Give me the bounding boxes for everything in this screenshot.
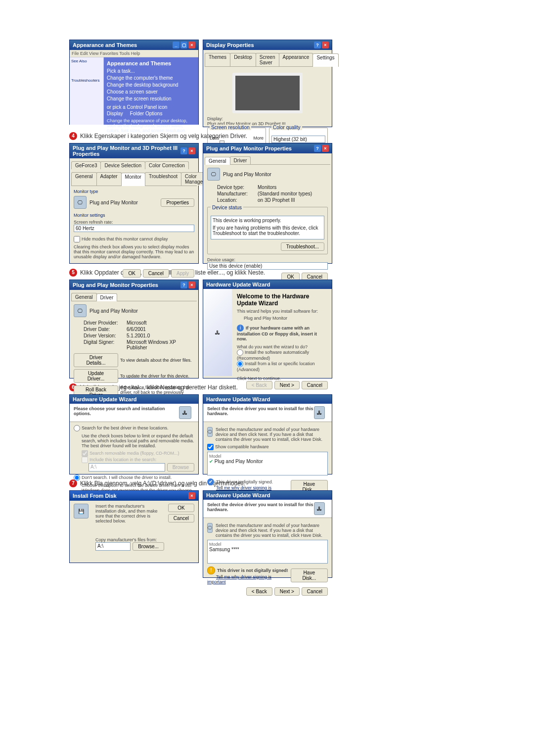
cancel-button[interactable]: Cancel [143,269,169,278]
close-icon[interactable]: × [188,282,195,288]
tab-driver[interactable]: Driver [230,156,251,164]
removable-checkbox [82,450,88,457]
color-quality-select[interactable]: Highest (32 bit) [271,136,325,143]
tab-desktop[interactable]: Desktop [230,53,256,66]
help-icon[interactable]: ? [314,145,321,152]
close-icon[interactable]: × [188,492,195,499]
window-title: Hardware Update Wizard [206,282,270,287]
tab-monitor[interactable]: Monitor [121,173,145,186]
step-4-icon: 4 [69,132,77,140]
display-label: Display: [207,116,328,121]
next-button[interactable]: Next > [274,587,300,596]
cancel-button[interactable]: Cancel [302,587,328,596]
close-icon[interactable]: × [188,42,195,48]
maximize-icon[interactable]: ▢ [180,42,187,48]
tab-general[interactable]: General [71,172,97,186]
hardware-wizard-select-driver: Hardware Update Wizard Select the device… [203,394,332,474]
have-disk-button[interactable]: Have Disk... [291,568,328,582]
window-title: Hardware Update Wizard [73,396,137,402]
task-theme[interactable]: Change the computer's theme [107,75,195,81]
include-location-checkbox [82,457,88,463]
monitor-driver-properties: Plug and Play Monitor Properties ?× Gene… [69,280,199,378]
refresh-rate-select[interactable]: 60 Hertz [74,225,194,232]
model-list[interactable]: Model Samsung **** [207,540,328,564]
properties-button[interactable]: Properties [161,198,194,207]
help-icon[interactable]: ? [180,147,187,154]
signing-link[interactable]: Tell me why driver signing is important [207,574,271,584]
back-button[interactable]: < Back [246,587,272,596]
tab-themes[interactable]: Themes [205,53,230,66]
help-icon[interactable]: ? [180,282,187,288]
device-usage-select[interactable]: Use this device (enable) [207,262,328,270]
apply-button: Apply [171,269,194,278]
device-status-text: This device is working properly. If you … [211,216,324,239]
tab-strip: Themes Desktop Screen Saver Appearance S… [205,51,330,67]
ok-button[interactable]: OK [168,504,194,512]
category-heading: Appearance and Themes [107,60,195,66]
disk-icon: 💾 [74,504,89,519]
tab-geforce3[interactable]: GeForce3 [71,161,101,169]
tab-general[interactable]: General [205,157,230,165]
close-icon[interactable]: × [322,145,329,152]
task-resolution[interactable]: Change the screen resolution [107,96,195,101]
wizard-graphic-icon: 🖧 [203,289,232,376]
tab-driver[interactable]: Driver [96,293,118,301]
ok-button[interactable]: OK [123,269,140,278]
opt-list-radio[interactable] [237,361,243,367]
opt-auto-radio[interactable] [237,349,243,356]
close-icon[interactable]: × [188,147,195,154]
window-title: Hardware Update Wizard [206,492,270,498]
window-title: Plug and Play Monitor and 3D Prophet III… [73,145,180,157]
browse-button: Browse [167,463,194,472]
help-icon[interactable]: ? [314,42,321,48]
hide-modes-checkbox[interactable] [74,236,80,242]
tab-adapter[interactable]: Adapter [96,172,122,186]
window-title: Install From Disk [73,493,117,499]
menu-bar[interactable]: File Edit View Favorites Tools Help [70,50,198,57]
tab-color-correction[interactable]: Color Correction [145,161,189,169]
driver-details-button[interactable]: Driver Details... [74,353,118,367]
side-panel: See Also Troubleshooters [70,57,104,125]
tab-appearance[interactable]: Appearance [279,53,313,66]
model-list[interactable]: Model ✔ Plug and Play Monitor [207,452,328,475]
signed-icon: ✔ [209,459,213,464]
task-background[interactable]: Change the desktop background [107,82,195,88]
signed-badge-icon: ✔ [207,478,214,485]
appearance-themes-window: Appearance and Themes _▢× File Edit View… [69,40,199,125]
info-icon: i [237,325,244,331]
cp-icon-display[interactable]: Display [107,111,123,116]
dont-search-radio[interactable] [74,474,80,481]
next-button[interactable]: Next > [274,381,300,389]
monitor-icon: 🖵 [74,304,87,317]
compatible-checkbox[interactable] [207,444,214,450]
cancel-button[interactable]: Cancel [302,381,328,389]
hardware-wizard-select-driver-2: Hardware Update Wizard Select the device… [203,490,332,578]
warning-icon: ! [207,567,215,574]
title-bar: Appearance and Themes _▢× [70,40,198,50]
task-screensaver[interactable]: Choose a screen saver [107,89,195,94]
browse-button[interactable]: Browse... [133,542,164,551]
hardware-wizard-welcome: Hardware Update Wizard 🖧 Welcome to the … [203,280,332,378]
wizard-icon: 🖧 [314,406,325,419]
wizard-icon: 🖧 [179,406,191,419]
cp-icon-folder-options[interactable]: Folder Options [130,111,163,116]
device-icon: 🖵 [207,427,213,437]
troubleshoot-button[interactable]: Troubleshoot... [281,242,324,251]
window-title: Hardware Update Wizard [206,396,270,402]
hardware-wizard-search-options: Hardware Update Wizard Please choose you… [69,394,199,474]
window-title: Display Properties [206,42,254,48]
wizard-icon: 🖧 [314,502,325,515]
tab-device-selection[interactable]: Device Selection [100,161,145,169]
copy-path-select[interactable]: A:\ [95,542,131,551]
minimize-icon[interactable]: _ [173,42,179,48]
monitor-general-properties: Plug and Play Monitor Properties ?× Gene… [203,143,332,264]
tab-settings[interactable]: Settings [312,53,338,67]
tab-screensaver[interactable]: Screen Saver [256,53,279,66]
monitor-icon: 🖵 [74,196,87,209]
close-icon[interactable]: × [322,42,329,48]
tab-troubleshoot[interactable]: Troubleshoot [145,172,181,186]
tab-general[interactable]: General [71,293,97,301]
cancel-button[interactable]: Cancel [168,514,194,522]
search-radio[interactable] [74,425,80,431]
update-driver-button[interactable]: Update Driver... [74,369,118,383]
